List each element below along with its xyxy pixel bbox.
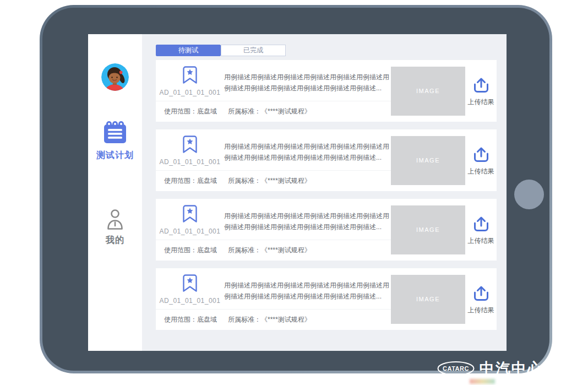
case-description: 用例描述用例描述用例描述用例描述用例描述用例描述用例描述用例描述用例描述用例描述… <box>224 129 391 170</box>
case-description: 用例描述用例描述用例描述用例描述用例描述用例描述用例描述用例描述用例描述用例描述… <box>224 199 391 240</box>
test-case-card: AD_01_01_01_001 用例描述用例描述用例描述用例描述用例描述用例描述… <box>156 129 497 191</box>
brand-name: 中汽中心 <box>480 359 543 378</box>
bookmark-icon <box>183 205 197 223</box>
test-case-card: AD_01_01_01_001 用例描述用例描述用例描述用例描述用例描述用例描述… <box>156 268 497 330</box>
color-smudge-decoration <box>470 379 495 384</box>
upload-label: 上传结果 <box>468 97 494 107</box>
standard-field: 所属标准：《****测试规程》 <box>228 107 311 116</box>
case-meta: 使用范围：底盘域 所属标准：《****测试规程》 <box>156 101 391 122</box>
sidebar-item-test-plan[interactable]: 测试计划 <box>96 120 134 161</box>
upload-icon <box>473 216 489 232</box>
sidebar: 测试计划 我的 <box>88 34 142 351</box>
scope-field: 使用范围：底盘域 <box>164 107 217 116</box>
catarc-ellipse-logo: CATARC <box>437 361 475 376</box>
test-case-card: AD_01_01_01_001 用例描述用例描述用例描述用例描述用例描述用例描述… <box>156 199 497 261</box>
scope-field: 使用范围：底盘域 <box>164 246 217 255</box>
case-id-block: AD_01_01_01_001 <box>156 199 224 240</box>
brand-logo: CATARC 中汽中心 <box>437 359 558 378</box>
tablet-camera <box>514 180 544 209</box>
bookmark-icon <box>183 135 197 153</box>
tab-completed[interactable]: 已完成 <box>221 45 286 56</box>
case-id: AD_01_01_01_001 <box>160 297 221 305</box>
main-content: 待测试 已完成 AD_01_01_01_001 用例描述用例描述用例描述用例 <box>142 34 507 351</box>
case-meta: 使用范围：底盘域 所属标准：《****测试规程》 <box>156 170 391 191</box>
standard-field: 所属标准：《****测试规程》 <box>228 315 311 324</box>
upload-label: 上传结果 <box>468 167 494 176</box>
case-id-block: AD_01_01_01_001 <box>156 268 224 309</box>
tablet-bezel: 测试计划 我的 待测试 已完成 <box>42 8 549 371</box>
case-id-block: AD_01_01_01_001 <box>156 60 224 101</box>
case-id: AD_01_01_01_001 <box>160 89 221 96</box>
sidebar-item-mine[interactable]: 我的 <box>106 209 124 246</box>
scope-field: 使用范围：底盘域 <box>164 315 217 324</box>
case-description: 用例描述用例描述用例描述用例描述用例描述用例描述用例描述用例描述用例描述用例描述… <box>224 268 391 309</box>
image-placeholder[interactable]: IMAGE <box>391 136 465 185</box>
avatar[interactable] <box>101 63 129 91</box>
bookmark-icon <box>183 66 197 84</box>
bookmark-icon <box>183 274 197 292</box>
upload-icon <box>473 77 489 94</box>
tablet-frame: 测试计划 我的 待测试 已完成 <box>40 5 552 373</box>
page-background: 测试计划 我的 待测试 已完成 <box>0 0 588 385</box>
upload-icon <box>473 147 489 163</box>
upload-label: 上传结果 <box>468 236 494 246</box>
notepad-icon <box>103 120 127 145</box>
upload-result-button[interactable]: 上传结果 <box>465 129 497 191</box>
app-screen: 测试计划 我的 待测试 已完成 <box>88 34 507 351</box>
case-id-block: AD_01_01_01_001 <box>156 129 224 170</box>
scope-field: 使用范围：底盘域 <box>164 176 217 186</box>
upload-result-button[interactable]: 上传结果 <box>465 268 497 330</box>
standard-field: 所属标准：《****测试规程》 <box>228 246 311 255</box>
sidebar-item-label: 测试计划 <box>96 150 134 161</box>
upload-result-button[interactable]: 上传结果 <box>465 199 497 261</box>
upload-result-button[interactable]: 上传结果 <box>465 60 497 122</box>
tab-bar: 待测试 已完成 <box>156 45 497 56</box>
image-placeholder[interactable]: IMAGE <box>391 67 465 116</box>
upload-label: 上传结果 <box>468 306 494 315</box>
sidebar-item-label: 我的 <box>106 235 124 246</box>
test-case-card: AD_01_01_01_001 用例描述用例描述用例描述用例描述用例描述用例描述… <box>156 60 497 122</box>
tab-pending[interactable]: 待测试 <box>156 45 221 56</box>
svg-text:CATARC: CATARC <box>443 365 469 372</box>
image-placeholder[interactable]: IMAGE <box>391 205 465 254</box>
user-icon <box>106 209 124 230</box>
case-description: 用例描述用例描述用例描述用例描述用例描述用例描述用例描述用例描述用例描述用例描述… <box>224 60 391 101</box>
case-meta: 使用范围：底盘域 所属标准：《****测试规程》 <box>156 240 391 261</box>
brand-stroke-decoration <box>545 361 558 373</box>
case-id: AD_01_01_01_001 <box>160 158 221 166</box>
image-placeholder[interactable]: IMAGE <box>391 275 465 324</box>
standard-field: 所属标准：《****测试规程》 <box>228 176 311 186</box>
girl-avatar-image <box>101 63 129 91</box>
upload-icon <box>473 285 489 302</box>
case-id: AD_01_01_01_001 <box>160 227 221 235</box>
case-meta: 使用范围：底盘域 所属标准：《****测试规程》 <box>156 309 391 330</box>
